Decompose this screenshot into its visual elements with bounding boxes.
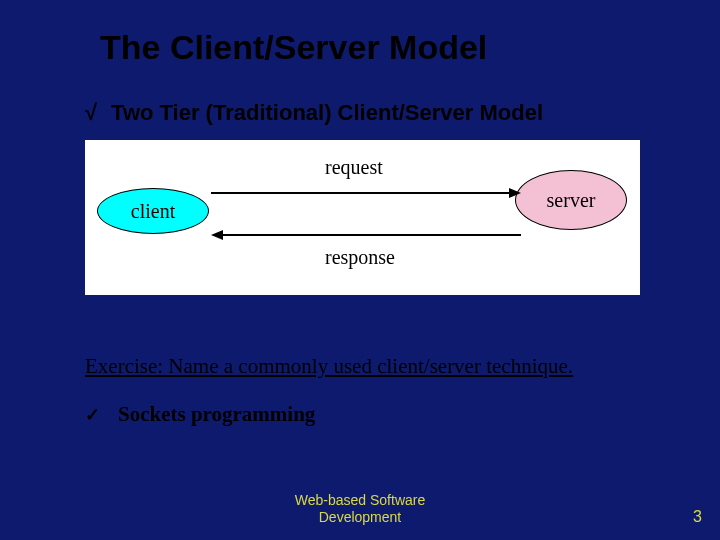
response-label: response <box>325 246 395 269</box>
footer: Web-based Software Development <box>0 492 720 526</box>
footer-line1: Web-based Software <box>0 492 720 509</box>
response-arrow-head-icon <box>211 230 223 240</box>
client-label: client <box>131 200 175 223</box>
exercise-prompt: Exercise: Name a commonly used client/se… <box>85 354 573 379</box>
server-label: server <box>547 189 596 212</box>
request-arrow-line <box>211 192 509 194</box>
footer-line2: Development <box>0 509 720 526</box>
diagram-inner: client server request response <box>85 140 640 295</box>
answer-row: ✓ Sockets programming <box>85 402 315 427</box>
checkmark-icon: ✓ <box>85 404 100 426</box>
response-arrow-line <box>223 234 521 236</box>
client-node: client <box>97 188 209 234</box>
request-arrow-head-icon <box>509 188 521 198</box>
client-server-diagram: client server request response <box>85 140 640 295</box>
bullet-two-tier: √ Two Tier (Traditional) Client/Server M… <box>85 100 543 126</box>
bullet-text: Two Tier (Traditional) Client/Server Mod… <box>111 100 543 126</box>
server-node: server <box>515 170 627 230</box>
check-icon: √ <box>85 100 97 126</box>
answer-text: Sockets programming <box>118 402 315 427</box>
request-label: request <box>325 156 383 179</box>
page-number: 3 <box>693 508 702 526</box>
slide: The Client/Server Model √ Two Tier (Trad… <box>0 0 720 540</box>
slide-title: The Client/Server Model <box>100 28 487 67</box>
